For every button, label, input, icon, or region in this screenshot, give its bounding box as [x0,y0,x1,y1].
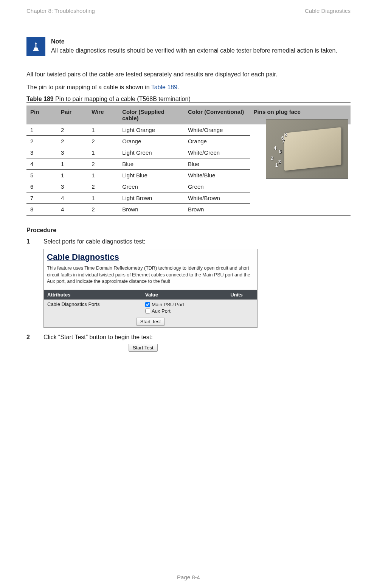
cell-cc: Orange [184,136,250,147]
aux-port-label: Aux Port [152,308,171,314]
step-number: 1 [26,238,34,328]
th-units: Units [227,290,257,299]
step-1-text: Select ports for cable diagnostics test: [43,238,351,245]
cell-pair: 3 [57,147,88,158]
aux-port-checkbox[interactable] [145,309,150,313]
cell-cs: Green [118,181,184,192]
cell-pair: 4 [57,204,88,216]
rule-bottom [26,60,351,60]
cell-pin: 6 [26,181,57,192]
note-title: Note [51,37,351,46]
page-number: Page 8-4 [0,574,377,580]
cell-cs: Brown [118,204,184,216]
pin-overlay-3: 3 [278,160,287,164]
pin-overlay-7: 7 [282,140,287,143]
cell-cc: Brown [184,204,250,216]
cell-cs: Orange [118,136,184,147]
main-psu-port-checkbox[interactable] [145,302,150,307]
cell-pair: 3 [57,181,88,192]
start-test-button[interactable]: Start Test [136,318,165,326]
start-test-button[interactable]: Start Test [129,344,158,352]
cable-diagnostics-panel: Cable Diagnostics This feature uses Time… [43,249,258,328]
table-row: Cable Diagnostics Ports Main PSU Port Au… [44,299,257,316]
cell-cc: Green [184,181,250,192]
pin-overlay-1: 1 [275,164,287,167]
th-wire: Wire [88,105,118,124]
step-number: 2 [26,334,34,352]
pin-overlay-5: 5 [279,150,287,154]
cell-pair: 1 [57,158,88,170]
intro-p2-pre: The pin to pair mapping of a cable is sh… [26,84,151,90]
cell-wire: 2 [88,181,118,192]
cell-pin: 7 [26,192,57,204]
cell-pin: 5 [26,170,57,181]
note-icon [26,37,45,56]
cell-wire: 2 [88,158,118,170]
procedure-step-2: 2 Click “Start Test” button to begin the… [26,334,351,352]
pin-overlay-8: 8 [284,133,287,137]
table-link[interactable]: Table 189 [151,84,177,90]
plug-face-image: 8 6 7 4 5 2 3 1 [266,119,348,179]
th-value: Value [142,290,227,299]
intro-para-1: All four twisted pairs of the cable are … [26,70,351,79]
cell-wire: 1 [88,124,118,136]
cell-pair: 1 [57,170,88,181]
cell-cs: Light Green [118,147,184,158]
units-cell [227,299,257,316]
table-caption-text: Pin to pair mapping of a cable (T568B te… [54,96,191,102]
section-label: Cable Diagnostics [305,8,351,14]
pin-number-overlay: 8 6 7 4 5 2 3 1 [275,133,287,167]
chapter-label: Chapter 8: Troubleshooting [26,8,95,14]
note-body: All cable diagnostics results should be … [51,46,351,55]
cell-wire: 1 [88,170,118,181]
table-caption: Table 189 Pin to pair mapping of a cable… [26,96,351,102]
cell-cc: White/Brown [184,192,250,204]
procedure-step-1: 1 Select ports for cable diagnostics tes… [26,238,351,328]
cell-wire: 2 [88,204,118,216]
table-row: Attributes Value Units [44,290,257,299]
cell-cs: Light Brown [118,192,184,204]
cell-pair: 2 [57,124,88,136]
th-attributes: Attributes [44,290,142,299]
port-selection-cell: Main PSU Port Aux Port [142,299,227,316]
cell-cs: Light Blue [118,170,184,181]
cell-cc: White/Green [184,147,250,158]
th-pin: Pin [26,105,57,124]
th-color-supplied: Color (Supplied cable) [118,105,184,124]
cell-pin: 1 [26,124,57,136]
pin-mapping-table-wrap: Pin Pair Wire Color (Supplied cable) Col… [26,102,351,216]
panel-description: This feature uses Time Domain Reflectome… [44,263,257,290]
cell-cc: White/Blue [184,170,250,181]
procedure-heading: Procedure [26,227,351,234]
cell-pair: 2 [57,136,88,147]
cell-wire: 1 [88,192,118,204]
cell-wire: 1 [88,147,118,158]
note-block: Note All cable diagnostics results shoul… [26,33,351,60]
step-2-text: Click “Start Test” button to begin the t… [43,334,351,341]
intro-p2-post: . [177,84,179,90]
diagnostics-form-table: Attributes Value Units Cable Diagnostics… [44,290,257,327]
cell-pin: 2 [26,136,57,147]
cell-pin: 8 [26,204,57,216]
cell-wire: 2 [88,136,118,147]
cell-cc: Blue [184,158,250,170]
cell-pin: 3 [26,147,57,158]
cell-cc: White/Orange [184,124,250,136]
intro-para-2: The pin to pair mapping of a cable is sh… [26,82,351,92]
table-number: Table 189 [26,96,54,102]
main-psu-port-label: Main PSU Port [152,302,184,307]
th-pair: Pair [57,105,88,124]
cell-pin: 4 [26,158,57,170]
attr-label: Cable Diagnostics Ports [44,299,142,316]
th-color-conventional: Color (Conventional) [184,105,250,124]
table-row: Start Test [44,316,257,327]
panel-title: Cable Diagnostics [44,249,257,263]
cell-cs: Light Orange [118,124,184,136]
cell-pair: 4 [57,192,88,204]
cell-cs: Blue [118,158,184,170]
